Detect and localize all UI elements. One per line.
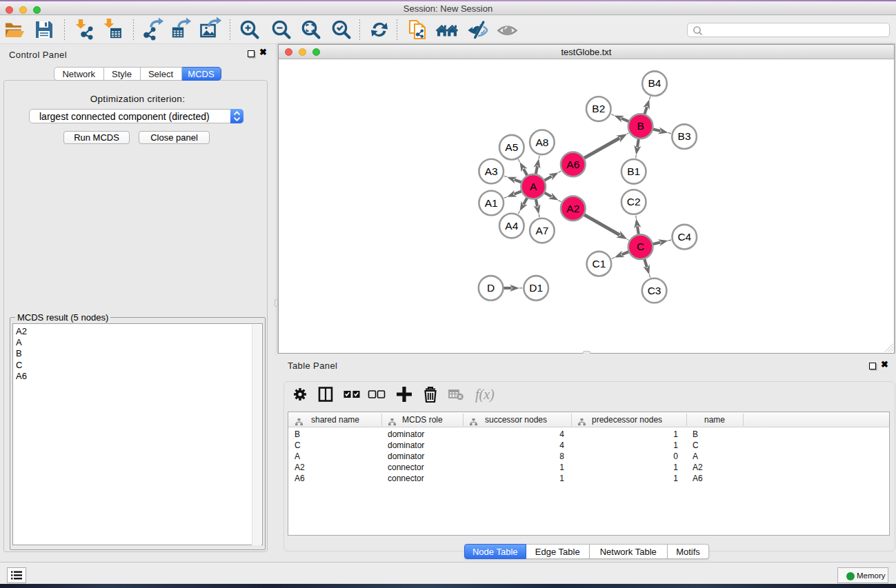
svg-text:A7: A7 (535, 225, 548, 236)
svg-text:B3: B3 (678, 130, 691, 142)
svg-text:f(x): f(x) (475, 387, 495, 403)
svg-text:A4: A4 (505, 220, 518, 232)
svg-text:C2: C2 (627, 196, 641, 207)
svg-text:C: C (637, 241, 644, 252)
svg-text:A3: A3 (485, 165, 498, 177)
svg-text:D1: D1 (529, 282, 543, 294)
svg-text:A: A (530, 181, 537, 192)
svg-text:C4: C4 (677, 231, 691, 243)
svg-text:A6: A6 (566, 159, 579, 170)
svg-text:D: D (487, 282, 495, 294)
svg-text:C1: C1 (592, 258, 606, 270)
svg-text:C3: C3 (648, 285, 661, 296)
svg-text:B1: B1 (627, 165, 640, 177)
svg-text:A8: A8 (535, 136, 548, 148)
svg-text:B: B (637, 120, 644, 132)
svg-text:B2: B2 (592, 103, 605, 114)
svg-text:B4: B4 (648, 77, 661, 89)
svg-text:A5: A5 (505, 141, 518, 153)
svg-text:A1: A1 (485, 197, 498, 209)
svg-text:A2: A2 (566, 203, 579, 214)
